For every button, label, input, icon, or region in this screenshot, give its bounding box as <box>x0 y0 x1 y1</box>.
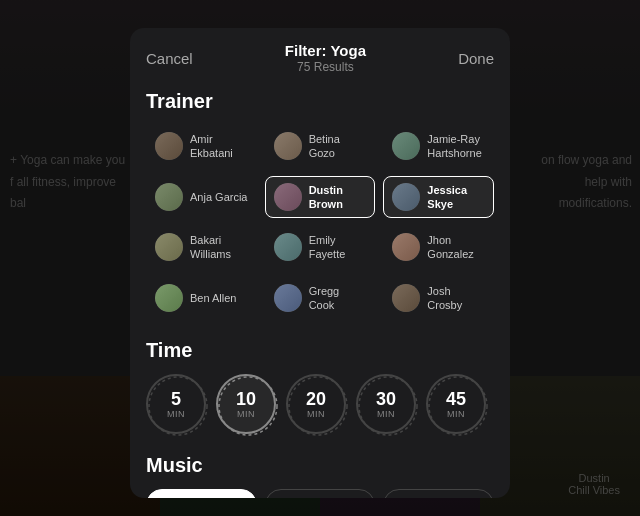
trainer-item[interactable]: Josh Crosby <box>383 277 494 320</box>
trainer-section-title: Trainer <box>146 90 494 113</box>
cancel-button[interactable]: Cancel <box>146 50 193 67</box>
time-option[interactable]: 20MIN <box>286 374 346 434</box>
modal-title-area: Filter: Yoga 75 Results <box>193 42 458 74</box>
trainer-avatar <box>155 183 183 211</box>
trainer-name: Bakari Williams <box>190 233 248 262</box>
trainer-avatar <box>274 233 302 261</box>
time-option[interactable]: 30MIN <box>356 374 416 434</box>
time-section-title: Time <box>146 339 494 362</box>
music-section-title: Music <box>146 454 494 477</box>
music-genre-chip[interactable]: Latest Hits <box>265 489 376 498</box>
trainer-name: Anja Garcia <box>190 190 247 204</box>
avatar-image <box>274 284 302 312</box>
svg-point-0 <box>149 377 207 435</box>
trainer-name: Jhon Gonzalez <box>427 233 485 262</box>
avatar-image <box>155 284 183 312</box>
time-section: Time 5MIN10MIN20MIN30MIN45MIN <box>146 339 494 434</box>
trainer-avatar <box>274 284 302 312</box>
trainer-name: Jessica Skye <box>427 183 485 212</box>
trainer-item[interactable]: Jhon Gonzalez <box>383 226 494 269</box>
filter-modal: Cancel Filter: Yoga 75 Results Done Trai… <box>130 28 510 498</box>
trainer-avatar <box>274 183 302 211</box>
modal-title: Filter: Yoga <box>193 42 458 59</box>
svg-point-3 <box>359 377 417 435</box>
trainer-item[interactable]: Anja Garcia <box>146 176 257 219</box>
trainer-avatar <box>392 233 420 261</box>
svg-point-2 <box>289 377 347 435</box>
trainer-avatar <box>392 183 420 211</box>
svg-point-1 <box>219 377 277 435</box>
trainer-avatar <box>392 132 420 160</box>
music-genre-chip[interactable]: Throwback Hits <box>383 489 494 498</box>
trainer-grid: Amir EkbataniBetina GozoJamie-Ray Hartsh… <box>146 125 494 319</box>
avatar-image <box>155 132 183 160</box>
trainer-avatar <box>274 132 302 160</box>
modal-subtitle: 75 Results <box>193 60 458 74</box>
trainer-name: Gregg Cook <box>309 284 367 313</box>
trainer-item[interactable]: Bakari Williams <box>146 226 257 269</box>
trainer-name: Emily Fayette <box>309 233 367 262</box>
avatar-image <box>392 233 420 261</box>
trainer-name: Dustin Brown <box>309 183 367 212</box>
avatar-image <box>392 284 420 312</box>
avatar-image <box>274 132 302 160</box>
trainer-name: Josh Crosby <box>427 284 485 313</box>
trainer-item[interactable]: Jessica Skye <box>383 176 494 219</box>
time-option[interactable]: 10MIN <box>216 374 276 434</box>
trainer-item[interactable]: Ben Allen <box>146 277 257 320</box>
trainer-item[interactable]: Betina Gozo <box>265 125 376 168</box>
music-grid: Chill VibesLatest HitsThrowback HitsEver… <box>146 489 494 498</box>
modal-scroll-content[interactable]: Trainer Amir EkbataniBetina GozoJamie-Ra… <box>130 80 510 498</box>
avatar-image <box>274 183 302 211</box>
time-grid: 5MIN10MIN20MIN30MIN45MIN <box>146 374 494 434</box>
trainer-item[interactable]: Emily Fayette <box>265 226 376 269</box>
avatar-image <box>392 183 420 211</box>
time-option[interactable]: 5MIN <box>146 374 206 434</box>
avatar-image <box>392 132 420 160</box>
avatar-image <box>155 233 183 261</box>
avatar-image <box>155 183 183 211</box>
trainer-item[interactable]: Jamie-Ray Hartshorne <box>383 125 494 168</box>
trainer-avatar <box>392 284 420 312</box>
music-genre-chip[interactable]: Chill Vibes <box>146 489 257 498</box>
trainer-item[interactable]: Gregg Cook <box>265 277 376 320</box>
trainer-name: Jamie-Ray Hartshorne <box>427 132 485 161</box>
trainer-avatar <box>155 132 183 160</box>
trainer-name: Ben Allen <box>190 291 236 305</box>
music-section: Music Chill VibesLatest HitsThrowback Hi… <box>146 454 494 498</box>
trainer-name: Betina Gozo <box>309 132 367 161</box>
trainer-avatar <box>155 284 183 312</box>
trainer-item[interactable]: Amir Ekbatani <box>146 125 257 168</box>
time-option[interactable]: 45MIN <box>426 374 486 434</box>
trainer-item[interactable]: Dustin Brown <box>265 176 376 219</box>
trainer-avatar <box>155 233 183 261</box>
trainer-name: Amir Ekbatani <box>190 132 248 161</box>
modal-header: Cancel Filter: Yoga 75 Results Done <box>130 28 510 80</box>
svg-point-4 <box>429 377 487 435</box>
avatar-image <box>274 233 302 261</box>
done-button[interactable]: Done <box>458 50 494 67</box>
